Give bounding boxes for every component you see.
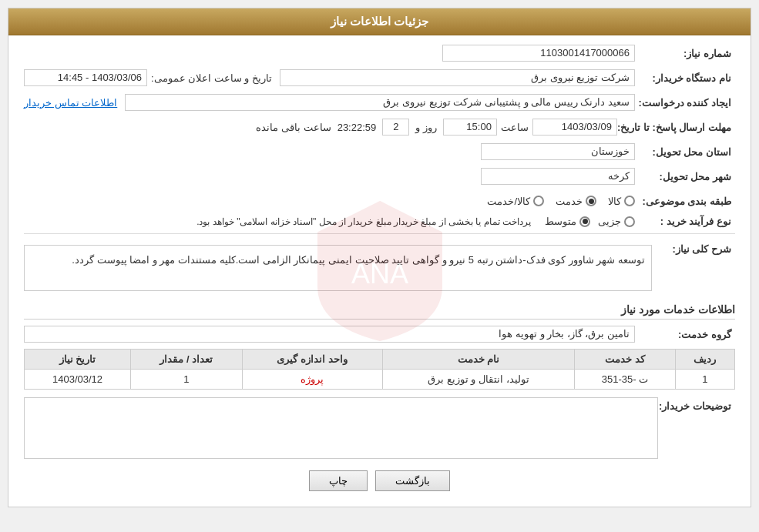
announce-date-label: تاریخ و ساعت اعلان عمومی: — [151, 72, 272, 84]
col-row-num: ردیف — [675, 350, 734, 370]
deadline-row: مهلت ارسال پاسخ: تا تاریخ: 1403/03/09 سا… — [24, 117, 735, 137]
buyer-desc-row: توضیحات خریدار: — [24, 397, 735, 459]
category-label: طبقه بندی موضوعی: — [635, 196, 735, 207]
cell-date: 1403/03/12 — [25, 370, 131, 390]
description-section: شرح کلی نیاز: توسعه شهر شاوور کوی فدک-دا… — [24, 240, 735, 296]
service-group-row: گروه خدمت: تامین برق، گاز، بخار و تهویه … — [24, 324, 735, 344]
category-radio-kala[interactable]: کالا — [608, 196, 635, 207]
description-row: شرح کلی نیاز: توسعه شهر شاوور کوی فدک-دا… — [24, 240, 735, 296]
cell-unit: پروژه — [242, 370, 382, 390]
cell-service-code: ت -35-351 — [575, 370, 675, 390]
category-radio-kala-khedmat-label: کالا/خدمت — [487, 196, 530, 207]
contact-link[interactable]: اطلاعات تماس خریدار — [24, 97, 117, 109]
content-area: ANA شماره نیاز: 1103001417000066 نام دست… — [8, 35, 751, 507]
process-radio-jozi-circle — [624, 216, 635, 227]
buttons-row: بازگشت چاپ — [24, 470, 735, 491]
category-radio-kala-label: کالا — [608, 196, 621, 207]
page-container: جزئیات اطلاعات نیاز ANA شماره نیاز: 1103… — [0, 0, 759, 532]
need-number-value: 1103001417000066 — [442, 45, 635, 62]
print-button[interactable]: چاپ — [309, 470, 368, 491]
col-date: تاریخ نیاز — [25, 350, 131, 370]
back-button[interactable]: بازگشت — [375, 470, 450, 491]
creator-row: ایجاد کننده درخواست: سعید دارنک رییس مال… — [24, 92, 735, 112]
deadline-label: مهلت ارسال پاسخ: تا تاریخ: — [617, 122, 735, 133]
deadline-time-label: ساعت — [501, 122, 529, 133]
process-radio-jozi-label: جزیی — [598, 216, 621, 227]
need-number-row: شماره نیاز: 1103001417000066 — [24, 43, 735, 63]
table-row: 1 ت -35-351 تولید، انتقال و توزیع برق پر… — [25, 370, 735, 390]
service-group-label: گروه خدمت: — [635, 329, 735, 340]
province-row: استان محل تحویل: خوزستان — [24, 142, 735, 162]
process-radio-jozi[interactable]: جزیی — [598, 216, 635, 227]
cell-service-name: تولید، انتقال و توزیع برق — [382, 370, 575, 390]
province-label: استان محل تحویل: — [635, 146, 735, 158]
city-label: شهر محل تحویل: — [635, 171, 735, 182]
divider-1 — [24, 233, 735, 234]
buyer-org-label: نام دستگاه خریدار: — [635, 72, 735, 84]
cell-quantity: 1 — [131, 370, 242, 390]
page-title: جزئیات اطلاعات نیاز — [331, 15, 428, 28]
buyer-org-row: نام دستگاه خریدار: شرکت توزیع نیروی برق … — [24, 68, 735, 88]
main-box: جزئیات اطلاعات نیاز ANA شماره نیاز: 1103… — [8, 8, 751, 507]
process-radio-group: جزیی متوسط پرداخت تمام یا بخشی از مبلغ خ… — [196, 216, 635, 227]
category-radio-group: کالا خدمت کالا/خدمت — [487, 196, 635, 207]
category-radio-kala-khedmat[interactable]: کالا/خدمت — [487, 196, 544, 207]
deadline-date-value: 1403/03/09 — [532, 119, 617, 136]
description-text: توسعه شهر شاوور کوی فدک-داشتن رتبه 5 نیر… — [24, 245, 652, 291]
page-header: جزئیات اطلاعات نیاز — [8, 8, 751, 35]
process-note: پرداخت تمام یا بخشی از مبلغ خریدار مبلغ … — [196, 216, 531, 227]
city-value: کرخه — [481, 168, 635, 185]
deadline-time-value: 15:00 — [443, 119, 497, 136]
process-type-row: نوع فرآیند خرید : جزیی متوسط پرداخت تمام… — [24, 216, 735, 227]
creator-value: سعید دارنک رییس مالی و پشتیبانی شرکت توز… — [125, 94, 635, 111]
creator-label: ایجاد کننده درخواست: — [635, 97, 735, 109]
announce-date-value: 1403/03/06 - 14:45 — [24, 69, 147, 86]
services-table: ردیف کد خدمت نام خدمت واحد اندازه گیری ت… — [24, 349, 735, 390]
deadline-remaining-label: ساعت باقی مانده — [256, 122, 331, 133]
process-radio-motavaset-circle — [579, 216, 590, 227]
col-unit: واحد اندازه گیری — [242, 350, 382, 370]
category-radio-khedmat-label: خدمت — [556, 196, 583, 207]
city-row: شهر محل تحویل: کرخه — [24, 166, 735, 186]
category-radio-kala-circle — [624, 196, 635, 206]
category-row: طبقه بندی موضوعی: کالا خدمت کالا/خدمت — [24, 191, 735, 211]
cell-row-num: 1 — [675, 370, 734, 390]
buyer-desc-input[interactable] — [24, 397, 658, 459]
deadline-days-label: روز و — [415, 122, 437, 133]
buyer-desc-label: توضیحات خریدار: — [658, 397, 735, 412]
category-radio-khedmat-circle — [586, 196, 596, 206]
province-value: خوزستان — [481, 143, 635, 160]
category-radio-khedmat[interactable]: خدمت — [556, 196, 596, 207]
col-service-code: کد خدمت — [575, 350, 675, 370]
category-radio-kala-khedmat-circle — [533, 196, 544, 206]
need-number-label: شماره نیاز: — [635, 48, 735, 59]
buyer-org-value: شرکت توزیع نیروی برق — [280, 69, 635, 86]
services-section-title: اطلاعات خدمات مورد نیاز — [24, 303, 735, 320]
process-type-label: نوع فرآیند خرید : — [635, 216, 735, 227]
service-group-value: تامین برق، گاز، بخار و تهویه هوا — [24, 326, 635, 343]
deadline-days-value: 2 — [382, 119, 409, 136]
description-label: شرح کلی نیاز: — [658, 240, 735, 255]
col-quantity: تعداد / مقدار — [131, 350, 242, 370]
col-service-name: نام خدمت — [382, 350, 575, 370]
process-radio-motavaset[interactable]: متوسط — [545, 216, 590, 227]
deadline-remaining-time-value: 23:22:59 — [338, 122, 377, 133]
process-radio-motavaset-label: متوسط — [545, 216, 576, 227]
